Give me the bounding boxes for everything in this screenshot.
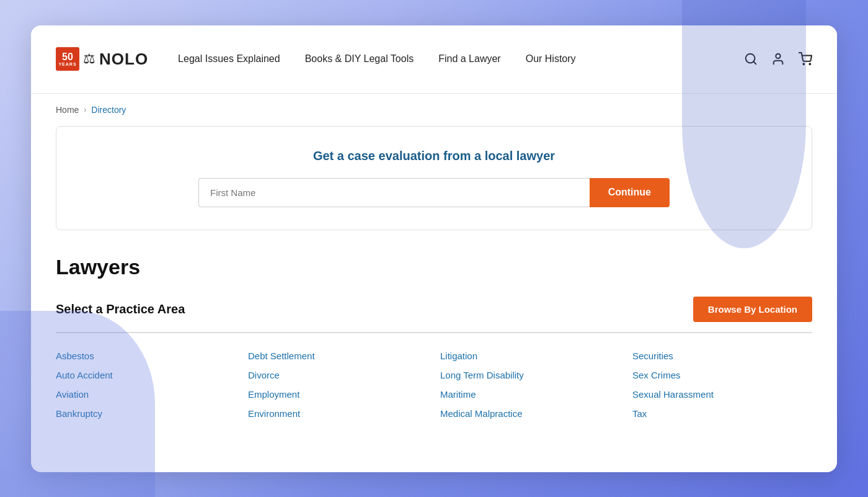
- logo-link[interactable]: 50 YEARS ⚖ NOLO: [56, 47, 148, 71]
- breadcrumb: Home › Directory: [31, 94, 837, 126]
- practice-link-aviation[interactable]: Aviation: [56, 389, 236, 400]
- practice-link-securities[interactable]: Securities: [632, 351, 812, 361]
- nolo-wordmark: NOLO: [99, 50, 148, 69]
- svg-point-4: [809, 63, 810, 65]
- breadcrumb-home-link[interactable]: Home: [56, 105, 79, 115]
- main-content: Get a case evaluation from a local lawye…: [31, 126, 837, 444]
- breadcrumb-directory-link[interactable]: Directory: [91, 105, 126, 115]
- svg-point-2: [776, 54, 780, 58]
- case-eval-title: Get a case evaluation from a local lawye…: [81, 149, 787, 163]
- practice-links-grid: Asbestos Debt Settlement Litigation Secu…: [56, 351, 812, 419]
- scales-icon: ⚖: [83, 51, 95, 67]
- user-icon: [771, 52, 785, 66]
- practice-link-employment[interactable]: Employment: [248, 389, 428, 400]
- practice-link-asbestos[interactable]: Asbestos: [56, 351, 236, 361]
- nav-find-lawyer[interactable]: Find a Lawyer: [438, 53, 501, 65]
- logo-years-text: YEARS: [58, 62, 76, 66]
- svg-point-3: [803, 63, 804, 65]
- nav-legal-issues[interactable]: Legal Issues Explained: [178, 53, 280, 65]
- header: 50 YEARS ⚖ NOLO Legal Issues Explained B…: [31, 25, 837, 94]
- case-eval-card: Get a case evaluation from a local lawye…: [56, 126, 812, 230]
- continue-button[interactable]: Continue: [590, 178, 670, 207]
- practice-link-maritime[interactable]: Maritime: [440, 389, 620, 400]
- practice-link-auto-accident[interactable]: Auto Accident: [56, 370, 236, 380]
- search-icon: [744, 52, 758, 66]
- first-name-input[interactable]: [198, 178, 590, 207]
- svg-line-1: [753, 61, 756, 64]
- cart-button[interactable]: [799, 52, 812, 66]
- practice-area-header: Select a Practice Area Browse By Locatio…: [56, 297, 812, 333]
- cart-icon: [799, 52, 812, 66]
- breadcrumb-separator: ›: [84, 105, 86, 114]
- practice-link-long-term-disability[interactable]: Long Term Disability: [440, 370, 620, 380]
- practice-area-title: Select a Practice Area: [56, 302, 185, 316]
- browse-by-location-button[interactable]: Browse By Location: [693, 297, 812, 322]
- main-nav: Legal Issues Explained Books & DIY Legal…: [178, 53, 744, 65]
- header-icons: [744, 52, 812, 66]
- nav-our-history[interactable]: Our History: [526, 53, 576, 65]
- practice-link-sexual-harassment[interactable]: Sexual Harassment: [632, 389, 812, 400]
- search-button[interactable]: [744, 52, 758, 66]
- page-container: 50 YEARS ⚖ NOLO Legal Issues Explained B…: [31, 25, 837, 472]
- practice-link-sex-crimes[interactable]: Sex Crimes: [632, 370, 812, 380]
- nav-books-diy[interactable]: Books & DIY Legal Tools: [305, 53, 414, 65]
- practice-link-tax[interactable]: Tax: [632, 408, 812, 419]
- practice-link-debt-settlement[interactable]: Debt Settlement: [248, 351, 428, 361]
- user-account-button[interactable]: [771, 52, 785, 66]
- logo-years-number: 50: [62, 52, 73, 62]
- practice-link-divorce[interactable]: Divorce: [248, 370, 428, 380]
- case-eval-form: Continue: [198, 178, 670, 207]
- practice-link-environment[interactable]: Environment: [248, 408, 428, 419]
- lawyers-section-title: Lawyers: [56, 255, 812, 279]
- practice-link-bankruptcy[interactable]: Bankruptcy: [56, 408, 236, 419]
- practice-link-medical-malpractice[interactable]: Medical Malpractice: [440, 408, 620, 419]
- logo-badge: 50 YEARS: [56, 47, 79, 71]
- practice-link-litigation[interactable]: Litigation: [440, 351, 620, 361]
